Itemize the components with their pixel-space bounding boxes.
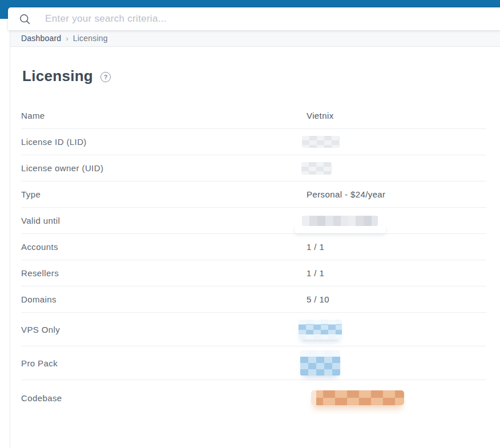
row-label: VPS Only <box>21 325 307 334</box>
main-panel: Dashboard › Licensing Licensing ? Name V… <box>10 30 500 448</box>
license-details-table: Name Vietnix License ID (LID) License ow… <box>21 103 486 415</box>
row-value: 1 / 1 <box>307 268 324 278</box>
row-label: Valid until <box>21 216 307 225</box>
row-value <box>307 350 340 376</box>
table-row-name: Name Vietnix <box>21 103 486 129</box>
row-value: Personal - $24/year <box>307 189 386 199</box>
row-label: License owner (UID) <box>21 163 307 173</box>
table-row-domains: Domains 5 / 10 <box>21 286 486 313</box>
row-label: Pro Pack <box>21 358 307 368</box>
redacted-value-block <box>301 162 332 175</box>
row-value <box>307 136 340 148</box>
row-value: 5 / 10 <box>307 294 329 304</box>
search-input[interactable] <box>45 13 500 25</box>
table-row-vps-only: VPS Only <box>21 313 486 346</box>
row-value: 1 / 1 <box>307 242 324 252</box>
table-row-pro-pack: Pro Pack <box>21 346 486 380</box>
redacted-value-block <box>302 136 340 148</box>
content-area: Licensing ? Name Vietnix License ID (LID… <box>10 67 500 415</box>
breadcrumb-separator-icon: › <box>66 34 68 43</box>
row-value <box>307 162 332 175</box>
redacted-value-block <box>299 320 342 340</box>
page-title-row: Licensing ? <box>21 67 486 84</box>
table-row-license-id: License ID (LID) <box>21 129 486 155</box>
table-row-type: Type Personal - $24/year <box>21 181 486 208</box>
breadcrumb-current-licensing: Licensing <box>73 34 108 43</box>
table-row-valid-until: Valid until <box>21 208 486 234</box>
table-row-codebase: Codebase <box>21 380 486 415</box>
row-label: Domains <box>21 294 307 304</box>
search-icon <box>19 13 30 25</box>
row-label: Codebase <box>21 393 307 403</box>
table-row-license-owner: License owner (UID) <box>21 155 486 181</box>
row-label: Type <box>21 189 307 199</box>
row-label: Accounts <box>21 242 307 252</box>
table-row-accounts: Accounts 1 / 1 <box>21 234 486 260</box>
row-value: Vietnix <box>307 111 334 120</box>
row-label: License ID (LID) <box>21 137 307 147</box>
page-title: Licensing <box>22 67 93 84</box>
row-label: Resellers <box>21 268 307 278</box>
breadcrumb: Dashboard › Licensing <box>10 30 500 47</box>
redacted-value-block <box>311 390 404 405</box>
redacted-value-block <box>300 350 340 376</box>
row-label: Name <box>21 111 307 120</box>
row-value <box>307 320 342 340</box>
table-row-resellers: Resellers 1 / 1 <box>21 260 486 286</box>
redaction-shadow-card <box>295 226 385 233</box>
row-value <box>307 216 378 226</box>
help-icon[interactable]: ? <box>100 72 111 82</box>
global-search-bar[interactable] <box>8 7 500 30</box>
row-value <box>307 390 404 405</box>
redacted-value-block <box>302 216 378 226</box>
breadcrumb-link-dashboard[interactable]: Dashboard <box>21 34 61 43</box>
